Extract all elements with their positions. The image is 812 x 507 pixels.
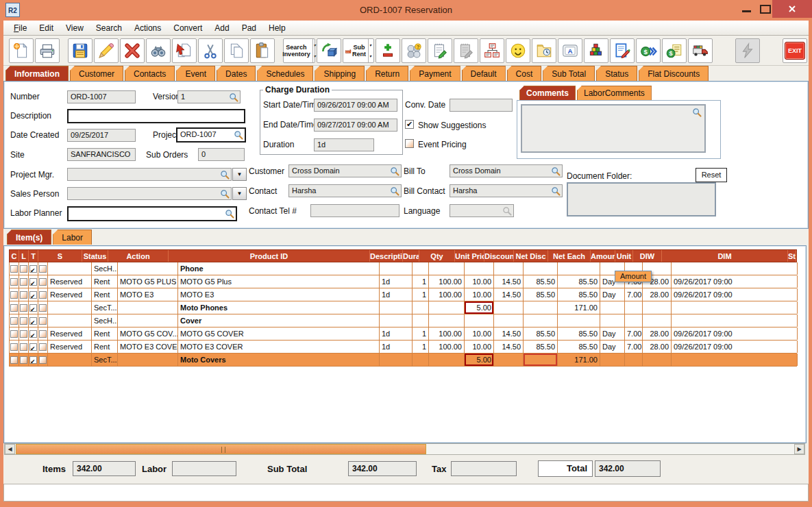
magnifier-icon[interactable] — [229, 92, 238, 102]
magnifier-icon[interactable] — [225, 209, 234, 219]
main-tab[interactable]: Event — [176, 66, 215, 81]
sub-orders-field[interactable]: 0 — [198, 148, 245, 161]
project-mgr-field[interactable] — [67, 168, 232, 181]
cell-c[interactable] — [10, 288, 19, 301]
magnifier-icon[interactable] — [390, 166, 399, 176]
cell-product-id[interactable]: MOTO E3 — [118, 288, 178, 301]
cell-product-id[interactable] — [118, 354, 178, 366]
grid-column-header[interactable]: DIW — [633, 250, 662, 262]
main-tab[interactable]: Schedules — [257, 66, 313, 81]
grid-column-header[interactable]: C — [10, 250, 19, 262]
cell-duration[interactable]: 1d — [380, 275, 413, 288]
checkbox-c[interactable] — [10, 291, 18, 299]
menu-item[interactable]: Add — [208, 22, 235, 34]
customer-field[interactable]: Cross Domain — [288, 164, 402, 177]
cell-start-date[interactable] — [672, 314, 798, 327]
table-row[interactable]: SecH... Phone — [9, 262, 797, 275]
end-datetime-field[interactable]: 09/27/2017 09:00 AM — [314, 119, 397, 132]
date-created-field[interactable]: 09/25/2017 — [67, 129, 136, 142]
main-tab[interactable]: Customer — [70, 66, 123, 81]
cell-c[interactable] — [10, 275, 19, 288]
cell-l[interactable] — [19, 275, 29, 288]
checkbox-s[interactable] — [39, 278, 47, 286]
cell-discount[interactable]: 5.00 — [465, 301, 494, 314]
checkbox-t[interactable] — [29, 317, 37, 325]
cell-qty[interactable]: 1 — [413, 288, 429, 301]
cell-dim[interactable] — [643, 301, 672, 314]
cell-unit-price[interactable] — [429, 301, 465, 314]
cell-net-each[interactable] — [524, 314, 558, 327]
cell-status[interactable]: Reserved — [48, 341, 92, 353]
checkbox-l[interactable] — [20, 278, 27, 286]
grid-column-header[interactable]: T — [29, 250, 38, 262]
checkbox-l[interactable] — [20, 317, 27, 325]
cell-net-disc[interactable] — [494, 262, 524, 275]
cell-qty[interactable] — [413, 354, 429, 366]
checkbox-s[interactable] — [39, 330, 47, 338]
scrollbar-thumb[interactable] — [16, 444, 426, 454]
cell-description[interactable]: Cover — [178, 314, 380, 327]
checkbox-s[interactable] — [39, 265, 47, 273]
cell-t[interactable] — [29, 275, 38, 288]
table-row[interactable]: Reserved Rent MOTO E3 COVER MOTO E3 COVE… — [9, 341, 797, 354]
cell-discount[interactable]: 10.00 — [465, 341, 494, 353]
conv-date-field[interactable] — [450, 99, 513, 112]
cell-duration[interactable]: 1d — [380, 341, 413, 353]
cell-net-each[interactable]: 85.50 — [524, 275, 558, 288]
search-inventory-button[interactable]: Search Inventory ▾▾ — [283, 38, 315, 63]
contact-field[interactable]: Harsha — [288, 184, 402, 197]
cell-net-disc[interactable]: 14.50 — [494, 341, 524, 353]
copy-button[interactable]: ▾▾ — [224, 38, 249, 63]
main-tab[interactable]: Status — [596, 66, 637, 81]
horizontal-scrollbar[interactable]: ◀ ▶ — [4, 443, 805, 455]
cell-action[interactable]: Rent — [92, 275, 118, 288]
number-field[interactable]: ORD-1007 — [67, 90, 136, 103]
cell-qty[interactable] — [413, 314, 429, 327]
cell-diw[interactable] — [625, 354, 643, 366]
description-field[interactable] — [67, 109, 245, 123]
magnifier-icon[interactable] — [551, 166, 561, 176]
cell-action[interactable]: SecT... — [92, 301, 118, 314]
cell-net-each[interactable]: 85.50 — [524, 288, 558, 301]
cell-c[interactable] — [10, 262, 19, 275]
contact-tel-field[interactable] — [310, 204, 399, 217]
show-suggestions-checkbox[interactable] — [405, 120, 414, 129]
cell-dim[interactable]: 28.00 — [643, 327, 672, 340]
start-datetime-field[interactable]: 09/26/2017 09:00 AM — [314, 99, 397, 112]
cell-product-id[interactable] — [118, 262, 178, 275]
cell-duration[interactable]: 1d — [380, 327, 413, 340]
grid-column-header[interactable]: Duration — [403, 250, 419, 262]
cell-unit-price[interactable] — [429, 262, 465, 275]
checkbox-c[interactable] — [10, 343, 18, 351]
cell-unit[interactable] — [600, 301, 625, 314]
cell-duration[interactable] — [380, 314, 413, 327]
cell-action[interactable]: SecH... — [92, 262, 118, 275]
menu-item[interactable]: Convert — [167, 22, 208, 34]
main-tab[interactable]: Dates — [217, 66, 256, 81]
cell-start-date[interactable]: 09/26/2017 09:00 — [672, 327, 798, 340]
cell-status[interactable] — [48, 354, 92, 366]
cell-unit-price[interactable]: 100.00 — [429, 288, 465, 301]
comments-textarea[interactable] — [521, 104, 706, 153]
menu-item[interactable]: Edit — [33, 22, 60, 34]
cell-amount[interactable]: 85.50 — [558, 275, 600, 288]
event-pricing-checkbox[interactable] — [405, 139, 414, 148]
cell-l[interactable] — [19, 301, 29, 314]
grid-column-header[interactable]: Unit Price — [455, 250, 484, 262]
cell-unit[interactable]: Day — [600, 288, 625, 301]
magnifier-icon[interactable] — [220, 170, 230, 180]
print-button[interactable]: ▾▾ — [35, 38, 60, 63]
checkbox-c[interactable] — [10, 278, 18, 286]
cell-c[interactable] — [10, 314, 19, 327]
cell-net-each[interactable] — [524, 354, 558, 366]
exit-button[interactable]: EXIT ▾▾ — [783, 38, 807, 63]
cell-net-disc[interactable]: 14.50 — [494, 288, 524, 301]
cell-unit-price[interactable] — [429, 354, 465, 366]
cell-description[interactable]: Moto Covers — [178, 354, 380, 366]
grid-column-header[interactable]: Description — [370, 250, 403, 262]
cell-discount[interactable]: 10.00 — [465, 288, 494, 301]
bill-to-field[interactable]: Cross Domain — [450, 164, 563, 177]
grid-column-header[interactable]: Product ID — [169, 250, 370, 262]
project-mgr-dropdown[interactable]: ▼ — [232, 168, 247, 181]
cell-amount[interactable]: 171.00 — [558, 354, 600, 366]
